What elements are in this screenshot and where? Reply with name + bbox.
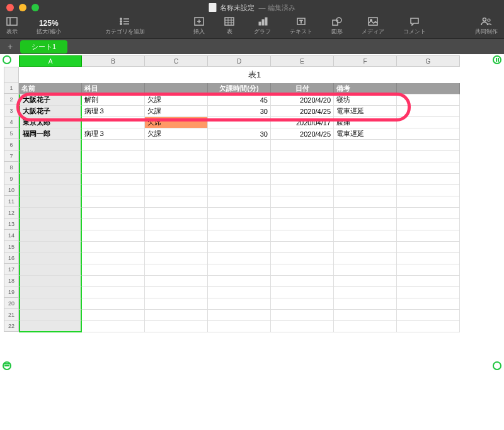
cell[interactable]: 欠課 bbox=[145, 106, 208, 117]
cell[interactable] bbox=[271, 174, 334, 185]
table-handle-tl[interactable] bbox=[3, 55, 11, 64]
cell[interactable] bbox=[145, 162, 208, 174]
row-header[interactable]: 3 bbox=[4, 105, 19, 116]
comment-button[interactable]: コメント bbox=[403, 16, 426, 36]
cell[interactable] bbox=[19, 219, 82, 230]
hdr-empty2[interactable] bbox=[397, 83, 460, 94]
cell[interactable] bbox=[334, 253, 397, 264]
cell[interactable] bbox=[334, 140, 397, 151]
cell[interactable] bbox=[19, 242, 82, 253]
row-header[interactable]: 2 bbox=[4, 94, 19, 105]
cell[interactable] bbox=[397, 128, 460, 140]
cell[interactable] bbox=[208, 185, 271, 196]
col-header-a[interactable]: A bbox=[19, 55, 82, 67]
row-header[interactable]: 22 bbox=[4, 320, 19, 332]
cell[interactable] bbox=[397, 287, 460, 298]
cell[interactable] bbox=[82, 117, 145, 128]
cell[interactable] bbox=[19, 310, 82, 321]
cell[interactable] bbox=[334, 264, 397, 276]
shape-button[interactable]: 図形 bbox=[331, 16, 343, 36]
cell[interactable] bbox=[334, 162, 397, 174]
cell[interactable] bbox=[145, 242, 208, 253]
row-header[interactable]: 15 bbox=[4, 241, 19, 252]
cell[interactable] bbox=[19, 174, 82, 185]
cell[interactable] bbox=[208, 264, 271, 276]
row-header[interactable]: 14 bbox=[4, 230, 19, 241]
cell[interactable] bbox=[271, 162, 334, 174]
cell[interactable]: 病理３ bbox=[82, 106, 145, 117]
view-button[interactable]: 表示 bbox=[6, 16, 18, 36]
col-header-b[interactable]: B bbox=[82, 55, 145, 67]
collab-button[interactable]: 共同制作 bbox=[475, 16, 498, 36]
row-header[interactable]: 16 bbox=[4, 252, 19, 264]
insert-button[interactable]: 挿入 bbox=[193, 16, 205, 36]
cell[interactable] bbox=[19, 276, 82, 287]
cell[interactable] bbox=[145, 264, 208, 276]
table-handle-bl[interactable] bbox=[3, 361, 11, 370]
row-header[interactable]: 6 bbox=[4, 139, 19, 150]
media-button[interactable]: メディア bbox=[362, 16, 384, 36]
text-button[interactable]: T テキスト bbox=[290, 16, 312, 36]
row-header[interactable]: 11 bbox=[4, 196, 19, 207]
cell[interactable] bbox=[334, 242, 397, 253]
cell[interactable] bbox=[397, 185, 460, 196]
cell[interactable] bbox=[145, 287, 208, 298]
cell[interactable] bbox=[334, 174, 397, 185]
cell[interactable] bbox=[208, 174, 271, 185]
cell[interactable]: 福岡一郎 bbox=[19, 128, 82, 140]
cell[interactable]: 腹痛 bbox=[334, 117, 397, 128]
cell[interactable] bbox=[271, 185, 334, 196]
cell[interactable] bbox=[397, 298, 460, 310]
hdr-subject[interactable]: 科目 bbox=[82, 83, 145, 94]
sheet-tab-1[interactable]: シート1 bbox=[20, 40, 67, 54]
cell[interactable] bbox=[19, 287, 82, 298]
cell[interactable] bbox=[334, 151, 397, 162]
table-handle-tr[interactable] bbox=[493, 55, 501, 64]
cell[interactable] bbox=[145, 196, 208, 208]
cell[interactable] bbox=[334, 310, 397, 321]
cell[interactable] bbox=[271, 298, 334, 310]
cell[interactable]: 2020/4/25 bbox=[271, 106, 334, 117]
cell[interactable] bbox=[271, 208, 334, 219]
cell[interactable] bbox=[208, 162, 271, 174]
row-header[interactable]: 5 bbox=[4, 128, 19, 139]
cell[interactable] bbox=[145, 321, 208, 332]
category-button[interactable]: カテゴリを追加 bbox=[105, 16, 145, 36]
cell[interactable] bbox=[334, 185, 397, 196]
row-header[interactable]: 18 bbox=[4, 275, 19, 286]
cell[interactable] bbox=[82, 185, 145, 196]
cell[interactable] bbox=[145, 253, 208, 264]
cell[interactable] bbox=[208, 321, 271, 332]
cell[interactable] bbox=[82, 151, 145, 162]
cell[interactable]: 大阪花子 bbox=[19, 94, 82, 106]
cell[interactable] bbox=[334, 287, 397, 298]
row-header[interactable]: 4 bbox=[4, 116, 19, 128]
cell[interactable] bbox=[334, 219, 397, 230]
col-header-e[interactable]: E bbox=[271, 55, 334, 67]
row-header[interactable]: 7 bbox=[4, 150, 19, 162]
cell[interactable] bbox=[334, 298, 397, 310]
cell[interactable] bbox=[397, 106, 460, 117]
cell[interactable] bbox=[145, 185, 208, 196]
hdr-absent[interactable]: 欠課時間(分) bbox=[208, 83, 271, 94]
col-header-c[interactable]: C bbox=[145, 55, 208, 67]
cell[interactable] bbox=[397, 151, 460, 162]
cell[interactable]: 解剖 bbox=[82, 94, 145, 106]
cell[interactable] bbox=[397, 253, 460, 264]
cell[interactable] bbox=[397, 321, 460, 332]
cell[interactable] bbox=[208, 310, 271, 321]
cell[interactable] bbox=[397, 310, 460, 321]
cell[interactable] bbox=[208, 117, 271, 128]
cell[interactable] bbox=[397, 208, 460, 219]
cell[interactable] bbox=[82, 242, 145, 253]
cell[interactable] bbox=[82, 230, 145, 242]
cell[interactable] bbox=[271, 151, 334, 162]
cell[interactable] bbox=[145, 140, 208, 151]
cell[interactable] bbox=[82, 208, 145, 219]
col-header-f[interactable]: F bbox=[334, 55, 397, 67]
cell[interactable] bbox=[271, 219, 334, 230]
cell[interactable] bbox=[82, 321, 145, 332]
cell[interactable] bbox=[19, 298, 82, 310]
cell[interactable] bbox=[82, 140, 145, 151]
chart-button[interactable]: グラフ bbox=[254, 16, 271, 36]
